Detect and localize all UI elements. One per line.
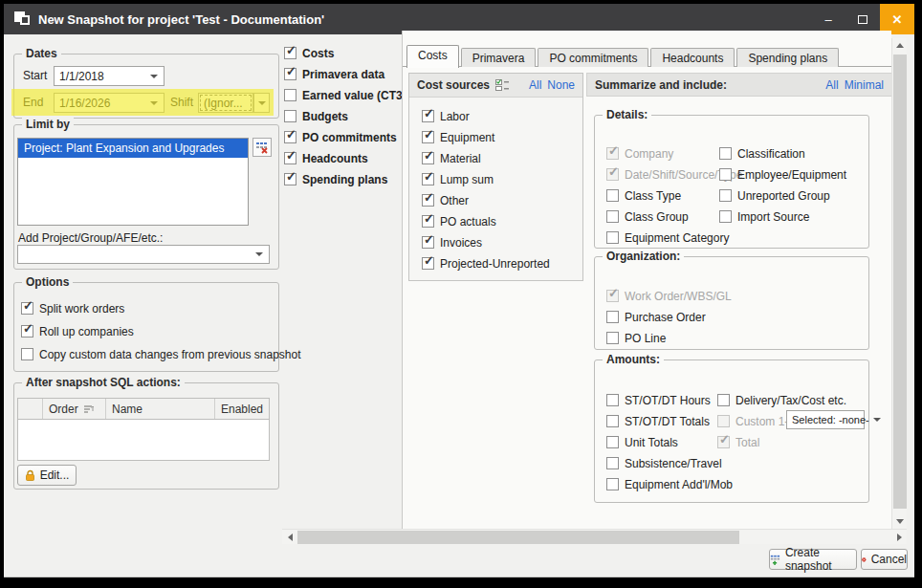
tab-spending-plans[interactable]: Spending plans [736,48,839,67]
checkbox-box: ✓ [606,311,619,323]
chevron-down-icon [873,418,881,422]
checkbox-other[interactable]: ✓ Other [422,193,469,207]
table-body-empty[interactable] [18,420,269,460]
dialog-window: New Snapshot for project 'Test - Documen… [4,4,914,577]
start-date-combo[interactable]: 1/1/2018 [54,66,165,86]
table-header-indicator [18,399,43,419]
checkbox-split-work-orders[interactable]: ✓ Split work orders [21,301,124,316]
list-item-selected[interactable]: Project: Plant Expansion and Upgrades [18,139,248,158]
shift-combo[interactable]: (Ignor... [198,93,253,113]
minimize-icon: – [824,12,831,27]
checkbox-box: ✓ [284,89,296,101]
checkbox-class-group[interactable]: ✓ Class Group [606,209,689,224]
sql-actions-table[interactable]: Order Name Enabled [17,398,270,461]
checkbox-box: ✓ [719,189,732,202]
checklist-icon [495,79,509,91]
checkbox-box: ✓ [422,131,434,143]
scroll-left-arrow[interactable] [282,530,297,544]
shift-label: Shift [170,96,193,109]
checkbox-class-type[interactable]: ✓ Class Type [606,188,681,203]
cost-sources-none-link[interactable]: None [547,78,575,92]
tab-primavera[interactable]: Primavera [461,48,537,67]
details-legend: Details: [603,108,651,121]
table-header-enabled[interactable]: Enabled [215,399,269,419]
checkbox-costs[interactable]: ✓ Costs [284,46,334,60]
add-project-combo[interactable] [17,245,270,264]
checkbox-po-line[interactable]: ✓ PO Line [606,331,666,345]
create-snapshot-button[interactable]: Create snapshot [769,549,857,570]
checkbox-import-source[interactable]: ✓ Import Source [719,209,809,224]
checkbox-box: ✓ [284,68,296,80]
checkbox-projected-unreported[interactable]: ✓ Projected-Unreported [422,256,550,271]
checkbox-spending-plans[interactable]: ✓ Spending plans [284,172,387,186]
checkbox-box: ✓ [606,332,619,344]
checkbox-box: ✓ [719,210,732,223]
custom-fields-select[interactable]: Selected: -none- [786,410,865,429]
checkbox-box: ✓ [422,110,434,122]
tab-costs[interactable]: Costs [406,45,459,68]
checkbox-po-actuals[interactable]: ✓ PO actuals [422,214,496,229]
checkbox-st-ot-dt-hours[interactable]: ✓ ST/OT/DT Hours [606,393,711,407]
checkbox-earned-value[interactable]: ✓ Earned value (CT3) [284,88,406,102]
end-date-label: End [23,96,43,109]
scroll-down-arrow[interactable] [892,514,908,529]
checkbox-work-order-wbs-gl: ✓ Work Order/WBS/GL [606,289,732,303]
end-date-value: 1/16/2026 [59,97,110,110]
sql-actions-legend: After snapshot SQL actions: [22,376,185,389]
end-date-combo[interactable]: 1/16/2026 [54,93,165,113]
checkbox-box: ✓ [284,47,296,59]
checkbox-unit-totals[interactable]: ✓ Unit Totals [606,435,678,449]
checkbox-lump-sum[interactable]: ✓ Lump sum [422,172,494,186]
checkbox-box: ✓ [606,231,619,244]
checkbox-invoices[interactable]: ✓ Invoices [422,235,482,250]
create-snapshot-label: Create snapshot [785,546,856,573]
horizontal-scroll-thumb[interactable] [297,531,739,544]
checkbox-copy-custom-data[interactable]: ✓ Copy custom data changes from previous… [21,347,300,361]
checkbox-box: ✓ [606,415,619,427]
scroll-up-arrow[interactable] [892,38,908,53]
summarize-minimal-link[interactable]: Minimal [845,78,884,92]
chevron-down-icon [258,101,266,105]
checkbox-purchase-order[interactable]: ✓ Purchase Order [606,310,706,324]
horizontal-scrollbar[interactable] [282,529,907,544]
checkbox-budgets[interactable]: ✓ Budgets [284,109,348,123]
checkbox-roll-up-companies[interactable]: ✓ Roll up companies [21,324,134,338]
checkbox-box: ✓ [606,147,619,160]
cost-sources-header: Cost sources All None [409,74,582,98]
checkbox-labor[interactable]: ✓ Labor [422,109,470,123]
limit-by-list[interactable]: Project: Plant Expansion and Upgrades [17,138,249,226]
checkbox-delivery-tax-cost[interactable]: ✓ Delivery/Tax/Cost etc. [717,393,846,407]
vertical-scrollbar[interactable] [891,38,907,529]
chevron-down-icon [150,101,158,105]
checkbox-employee-equipment[interactable]: ✓ Employee/Equipment [719,167,846,182]
cancel-button[interactable]: Cancel [861,549,908,570]
table-header-order[interactable]: Order [43,399,106,419]
checkbox-subsistence-travel[interactable]: ✓ Subsistence/Travel [606,456,722,470]
tab-headcounts[interactable]: Headcounts [650,48,735,67]
checkbox-equipment-category[interactable]: ✓ Equipment Category [606,230,729,245]
checkbox-equipment[interactable]: ✓ Equipment [422,130,494,144]
cost-sources-all-link[interactable]: All [529,78,541,92]
checkbox-equipment-addl-mob[interactable]: ✓ Equipment Add'l/Mob [606,477,733,491]
checkbox-primavera-data[interactable]: ✓ Primavera data [284,67,384,81]
scroll-right-arrow[interactable] [891,530,907,544]
cancel-label: Cancel [871,553,907,566]
snapshot-grid-icon [770,554,780,566]
grid-delete-icon [255,141,269,154]
tab-po-commitments[interactable]: PO commitments [538,48,648,67]
remove-limit-button[interactable] [252,138,272,157]
vertical-scroll-thumb[interactable] [893,54,907,509]
checkbox-st-ot-dt-totals[interactable]: ✓ ST/OT/DT Totals [606,414,710,428]
checkbox-headcounts[interactable]: ✓ Headcounts [284,151,368,165]
checkbox-classification[interactable]: ✓ Classification [719,146,805,161]
summarize-all-link[interactable]: All [825,78,838,92]
checkbox-po-commitments[interactable]: ✓ PO commitments [284,130,397,144]
checkbox-material[interactable]: ✓ Material [422,151,481,165]
checkbox-unreported-group[interactable]: ✓ Unreported Group [719,188,830,203]
table-header-name[interactable]: Name [106,399,215,419]
checkbox-box: ✓ [606,189,619,202]
shift-combo-arrow-button[interactable] [253,93,270,113]
amounts-group: Amounts: ✓ ST/OT/DT Hours ✓ ST/OT/DT Tot… [594,359,869,503]
edit-sql-actions-button[interactable]: Edit... [17,465,77,486]
sort-ascending-icon [84,404,94,413]
